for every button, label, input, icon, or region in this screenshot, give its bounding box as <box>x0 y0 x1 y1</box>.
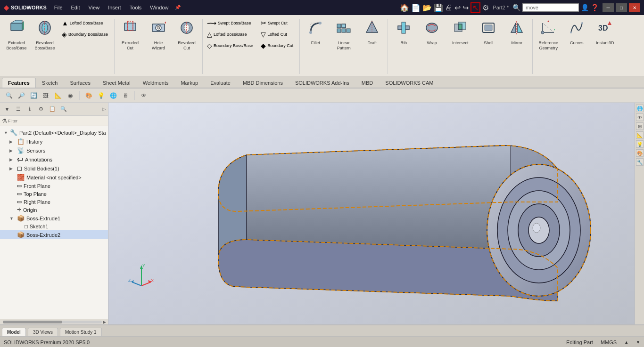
tree-history[interactable]: ▶ 📋 History <box>0 137 108 146</box>
annotations-expander[interactable]: ▶ <box>9 157 15 162</box>
zoom-in-button[interactable]: 🔎 <box>16 90 26 101</box>
boundary-cut-button[interactable]: ◆ Boundary Cut <box>258 40 296 51</box>
menu-pin[interactable]: 📌 <box>173 3 182 12</box>
history-expander[interactable]: ▶ <box>9 139 15 144</box>
root-expander[interactable]: ▼ <box>4 130 8 135</box>
shell-button[interactable]: Shell <box>475 17 502 76</box>
sensors-expander[interactable]: ▶ <box>9 148 15 153</box>
scenes-button[interactable]: 🌐 <box>108 90 118 101</box>
options-icon[interactable]: ⚙ <box>482 3 489 12</box>
tree-front-plane[interactable]: ▭ Front Plane <box>0 182 108 190</box>
tab-surfaces[interactable]: Surfaces <box>64 78 97 88</box>
swept-cut-button[interactable]: ✂ Swept Cut <box>258 18 296 28</box>
bottom-tab-model[interactable]: Model <box>2 328 26 336</box>
save-icon[interactable]: 💾 <box>434 3 443 12</box>
appearances-button[interactable]: 💡 <box>96 90 106 101</box>
tree-material[interactable]: 🧱 Material <not specified> <box>0 173 108 182</box>
redo-icon[interactable]: ↪ <box>462 3 469 12</box>
maximize-button[interactable]: □ <box>616 3 627 12</box>
swept-boss-base-button[interactable]: ⟿ Swept Boss/Base <box>205 18 256 28</box>
help-icon[interactable]: ❓ <box>591 4 599 11</box>
tree-annotations[interactable]: ▶ 🏷 Annotations <box>0 155 108 164</box>
revolved-boss-base-button[interactable]: Revolved Boss/Base <box>31 17 58 76</box>
search-input[interactable] <box>522 3 579 12</box>
tree-right-plane[interactable]: ▭ Right Plane <box>0 198 108 206</box>
home-icon[interactable]: 🏠 <box>400 3 409 12</box>
draft-button[interactable]: Draft <box>358 17 386 76</box>
reference-geometry-button[interactable]: Reference Geometry <box>535 17 562 76</box>
fm-property-view[interactable]: ℹ <box>25 105 35 114</box>
mirror-button[interactable]: Mirror <box>503 17 530 76</box>
tree-top-plane[interactable]: ▭ Top Plane <box>0 190 108 198</box>
boss-extrude1-expander[interactable]: ▼ <box>9 216 15 221</box>
zoom-to-fit-button[interactable]: 🔍 <box>4 90 14 101</box>
fillet-button[interactable]: Fillet <box>302 17 329 76</box>
tab-mbd[interactable]: MBD <box>355 78 379 88</box>
fm-layers-view[interactable]: 📋 <box>47 105 58 114</box>
rotate-view-button[interactable]: 🔄 <box>28 90 39 101</box>
menu-file[interactable]: File <box>50 3 66 12</box>
filter-button[interactable]: ▼ <box>2 105 12 114</box>
menu-view[interactable]: View <box>84 3 103 12</box>
fm-expand-icon[interactable]: ▷ <box>102 106 106 112</box>
tab-sw-addins[interactable]: SOLIDWORKS Add-Ins <box>289 78 355 88</box>
rp-btn-4[interactable]: 📐 <box>636 131 644 139</box>
tree-root[interactable]: ▼ 🔧 Part2 (Default<<Default>_Display Sta <box>0 128 108 137</box>
linear-pattern-button[interactable]: Linear Pattern <box>330 17 357 76</box>
tab-mbd-dim[interactable]: MBD Dimensions <box>237 78 289 88</box>
tab-sheet-metal[interactable]: Sheet Metal <box>97 78 137 88</box>
hole-wizard-button[interactable]: ✦ Hole Wizard <box>145 17 172 76</box>
rp-btn-1[interactable]: 🌐 <box>636 105 644 112</box>
display-style-button[interactable]: 🎨 <box>83 90 94 101</box>
fm-search[interactable]: 🔍 <box>58 105 69 114</box>
bottom-tab-motion[interactable]: Motion Study 1 <box>60 328 102 336</box>
revolved-cut-button[interactable]: Revolved Cut <box>173 17 200 76</box>
hide-show-button[interactable]: 👁 <box>139 90 149 101</box>
curves-button[interactable]: Curves <box>563 17 590 76</box>
tab-sw-cam[interactable]: SOLIDWORKS CAM <box>379 78 439 88</box>
lofted-boss-base-button[interactable]: ▲ Lofted Boss/Base <box>59 18 110 28</box>
bottom-tab-3d-views[interactable]: 3D Views <box>28 328 58 336</box>
instant3d-button[interactable]: 3D Instant3D <box>591 17 619 76</box>
rib-button[interactable]: Rib <box>390 17 417 76</box>
canvas-area[interactable]: Y X Z <box>108 103 635 324</box>
wrap-button[interactable]: Wrap <box>418 17 446 76</box>
section-view-button[interactable]: 📐 <box>53 90 63 101</box>
tree-solid-bodies[interactable]: ▶ ◻ Solid Bodies(1) <box>0 164 108 173</box>
tab-weldments[interactable]: Weldments <box>137 78 175 88</box>
tree-sensors[interactable]: ▶ 📡 Sensors <box>0 146 108 155</box>
rp-btn-6[interactable]: 🎨 <box>636 149 644 157</box>
open-icon[interactable]: 📂 <box>422 3 432 12</box>
menu-edit[interactable]: Edit <box>67 3 84 12</box>
menu-window[interactable]: Window <box>146 3 172 12</box>
scrollbar-thumb[interactable] <box>3 321 62 323</box>
extruded-cut-button[interactable]: Extruded Cut <box>116 17 144 76</box>
tree-boss-extrude1[interactable]: ▼ 📦 Boss-Extrude1 <box>0 214 108 223</box>
solid-bodies-expander[interactable]: ▶ <box>9 166 15 171</box>
standard-views-button[interactable]: 🖼 <box>41 90 51 101</box>
tab-evaluate[interactable]: Evaluate <box>204 78 237 88</box>
tree-origin[interactable]: ✛ Origin <box>0 206 108 214</box>
rp-btn-2[interactable]: 👁 <box>636 113 644 121</box>
menu-tools[interactable]: Tools <box>126 3 146 12</box>
tree-sketch1[interactable]: □ Sketch1 <box>0 223 108 230</box>
fm-config-view[interactable]: ⚙ <box>36 105 46 114</box>
intersect-button[interactable]: Intersect <box>446 17 474 76</box>
rp-btn-5[interactable]: 💡 <box>636 140 644 148</box>
select-icon[interactable]: ↖ <box>471 2 480 13</box>
menu-insert[interactable]: Insert <box>104 3 125 12</box>
fm-list-view[interactable]: ☰ <box>13 105 24 114</box>
rp-btn-7[interactable]: 🔧 <box>636 158 644 166</box>
extruded-boss-base-button[interactable]: Extruded Boss/Base <box>3 17 30 76</box>
tab-markup[interactable]: Markup <box>174 78 204 88</box>
print-icon[interactable]: 🖨 <box>445 3 453 12</box>
left-scrollbar[interactable]: ▶ <box>0 319 108 324</box>
minimize-button[interactable]: ─ <box>603 3 614 12</box>
new-icon[interactable]: 📄 <box>411 3 421 12</box>
close-button[interactable]: ✕ <box>629 3 640 12</box>
tab-features[interactable]: Features <box>2 78 36 88</box>
units-arrow-up[interactable]: ▲ <box>624 340 628 345</box>
units-arrow-down[interactable]: ▼ <box>636 340 640 345</box>
realview-button[interactable]: 🖥 <box>120 90 131 101</box>
tab-sketch[interactable]: Sketch <box>36 78 64 88</box>
